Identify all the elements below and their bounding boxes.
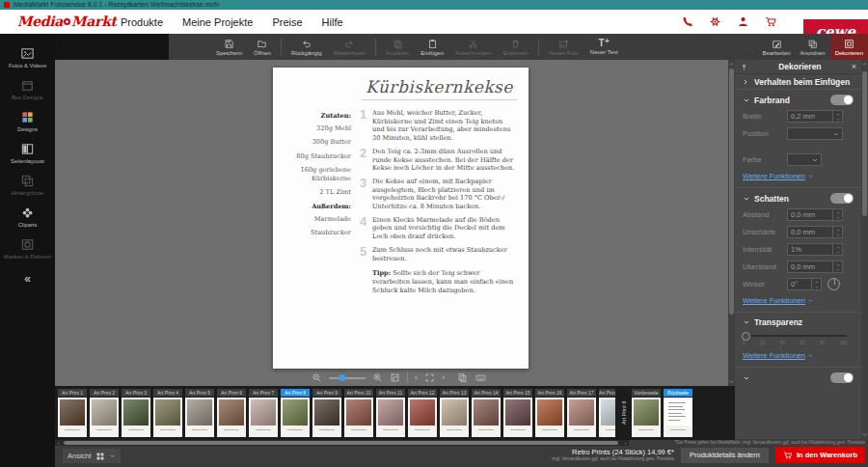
cut-button[interactable]: Ausschneiden [449, 34, 498, 60]
sidebar-collapse-button[interactable]: « [24, 272, 31, 286]
tab-bearbeiten[interactable]: Bearbeiten [758, 34, 796, 60]
thumbnail-art-print-18[interactable]: Art Print 18 [599, 389, 615, 437]
new-photo-button[interactable]: Neues Foto [543, 34, 584, 60]
menu-hilfe[interactable]: Hilfe [322, 16, 343, 28]
close-icon[interactable]: × [852, 62, 856, 71]
chevron-down-icon[interactable] [743, 96, 750, 104]
gear-icon[interactable] [709, 15, 721, 28]
open-button[interactable]: Öffnen [248, 34, 277, 60]
scrollbar-thumb[interactable] [862, 71, 867, 216]
position-select[interactable] [787, 127, 843, 140]
thumbnail-art-print-15[interactable]: Art Print 15 [503, 389, 532, 437]
scroll-up-icon[interactable] [728, 61, 735, 68]
zoom-slider[interactable] [329, 377, 366, 379]
tab-anordnen[interactable]: Anordnen [796, 34, 830, 60]
scroll-left-icon[interactable]: ‹ [55, 440, 62, 446]
user-icon[interactable] [737, 15, 749, 28]
ingredients-column[interactable]: Zutaten: 320g Mehl 300g Butter 80g Staub… [288, 109, 360, 294]
steps-column[interactable]: 1Aus Mehl, weicher Butter, Zucker, Kürbi… [360, 109, 517, 294]
transparenz-more-link[interactable]: Weitere Funktionen [743, 351, 854, 360]
spinner-up-icon[interactable] [835, 262, 841, 266]
farbrand-more-link[interactable]: Weitere Funktionen [743, 172, 854, 180]
abstand-spinner[interactable]: 0,0 mm [787, 208, 843, 221]
transparenz-slider[interactable] [743, 335, 847, 337]
thumbnail-art-print-14[interactable]: Art Print 14 [472, 389, 501, 437]
sidebar-item-hintergruende[interactable]: Hintergründe [0, 169, 55, 201]
farbe-select[interactable] [787, 153, 822, 166]
thumbnail-vorderseite[interactable]: Vorderseite [632, 389, 661, 437]
view-selector[interactable]: Ansicht [63, 449, 121, 463]
spinner-down-icon[interactable] [835, 215, 841, 219]
thumbnail-rueckseite[interactable]: Rückseite [664, 389, 692, 437]
zoom-slider-knob[interactable] [339, 374, 345, 381]
thumbnail-art-print-10[interactable]: Art Print 10 [344, 389, 373, 437]
spinner-up-icon[interactable] [835, 228, 841, 232]
ueberstand-spinner[interactable]: 0,0 mm [787, 261, 843, 273]
unschaerfe-spinner[interactable]: 0,0 mm [787, 226, 843, 238]
fullscreen-icon[interactable] [424, 372, 435, 383]
spinner-up-icon[interactable] [835, 245, 841, 249]
scrollbar-thumb[interactable] [729, 69, 734, 315]
spinner-down-icon[interactable] [835, 267, 841, 271]
intensitaet-spinner[interactable]: 1% [787, 243, 843, 256]
canvas-vertical-scrollbar[interactable] [728, 60, 735, 386]
tab-dekorieren[interactable]: Dekorieren [830, 34, 868, 60]
fit-page-icon[interactable] [390, 372, 400, 383]
section-toggle[interactable] [830, 372, 854, 383]
sidebar-item-seitenlayouts[interactable]: Seitenlayouts [0, 137, 55, 169]
breite-spinner[interactable]: 0,2 mm [787, 110, 843, 123]
recipe-card-page[interactable]: Kürbiskernkekse Zutaten: 320g Mehl 300g … [273, 68, 529, 369]
thumbnail-art-print-4[interactable]: Art Print 4 [153, 389, 182, 437]
schatten-more-link[interactable]: Weitere Funktionen [743, 296, 854, 305]
pages-view-icon[interactable] [457, 372, 468, 383]
farbrand-toggle[interactable] [830, 95, 854, 105]
next-page-icon[interactable]: › [442, 373, 445, 382]
thumbnail-art-print-12[interactable]: Art Print 12 [408, 389, 437, 437]
new-text-button[interactable]: T⁺Neuer Text [584, 34, 624, 60]
spinner-down-icon[interactable] [835, 250, 841, 254]
pin-icon[interactable] [740, 63, 748, 71]
save-button[interactable]: Speichern [210, 34, 248, 60]
chevron-down-icon[interactable] [743, 195, 750, 203]
product-details-button[interactable]: Produktdetails ändern [681, 448, 769, 463]
recipe-title[interactable]: Kürbiskernkekse [362, 77, 517, 100]
menu-preise[interactable]: Preise [272, 16, 302, 28]
zoom-in-icon[interactable] [372, 372, 383, 383]
spinner-up-icon[interactable] [835, 112, 841, 116]
spinner-up-icon[interactable] [814, 280, 820, 284]
sidebar-item-fotos-videos[interactable]: Fotos & Videos [0, 41, 55, 73]
sidebar-item-cliparts[interactable]: Cliparts [0, 201, 55, 233]
thumbnail-art-print-9[interactable]: Art Print 9 [312, 389, 341, 437]
prev-page-icon[interactable]: ‹ [415, 373, 418, 382]
thumbnail-art-print-3[interactable]: Art Print 3 [122, 389, 150, 437]
thumbnail-art-print-11[interactable]: Art Print 11 [376, 389, 405, 437]
thumbnail-art-print-16[interactable]: Art Print 16 [535, 389, 564, 437]
angle-dial[interactable] [827, 278, 840, 290]
chevron-down-icon[interactable] [743, 318, 750, 326]
chevron-down-icon[interactable] [743, 374, 750, 382]
section-verhalten-beim-einfuegen[interactable]: Verhalten beim Einfügen [735, 74, 861, 90]
scroll-down-icon[interactable] [861, 431, 868, 438]
menu-produkte[interactable]: Produkte [121, 16, 163, 28]
winkel-spinner[interactable]: 0° [787, 278, 822, 290]
thumbnail-art-print-5[interactable]: Art Print 5 [185, 389, 214, 437]
thumbnail-art-print-7[interactable]: Art Print 7 [249, 389, 278, 437]
thumbnail-art-print-13[interactable]: Art Print 13 [440, 389, 469, 437]
thumbnail-art-print-2[interactable]: Art Print 2 [90, 389, 119, 437]
scrollbar-thumb[interactable] [64, 441, 618, 445]
sidebar-item-designs[interactable]: Designs [0, 105, 55, 137]
undo-button[interactable]: Rückgängig [285, 34, 328, 60]
thumbnail-art-print-6[interactable]: Art Print 6 [217, 389, 246, 437]
scroll-down-icon[interactable] [728, 378, 735, 385]
spinner-up-icon[interactable] [835, 210, 841, 214]
spinner-down-icon[interactable] [814, 285, 820, 288]
thumbnail-art-print-17[interactable]: Art Print 17 [567, 389, 596, 437]
copy-button[interactable]: Kopieren [380, 34, 415, 60]
scroll-up-icon[interactable] [861, 61, 868, 68]
panel-scrollbar[interactable] [861, 60, 868, 439]
delete-button[interactable]: Entfernen [498, 34, 534, 60]
add-to-cart-button[interactable]: In den Warenkorb [775, 447, 865, 463]
cart-icon[interactable] [765, 15, 777, 28]
editor-canvas[interactable]: Kürbiskernkekse Zutaten: 320g Mehl 300g … [55, 60, 728, 386]
spinner-down-icon[interactable] [835, 233, 841, 236]
